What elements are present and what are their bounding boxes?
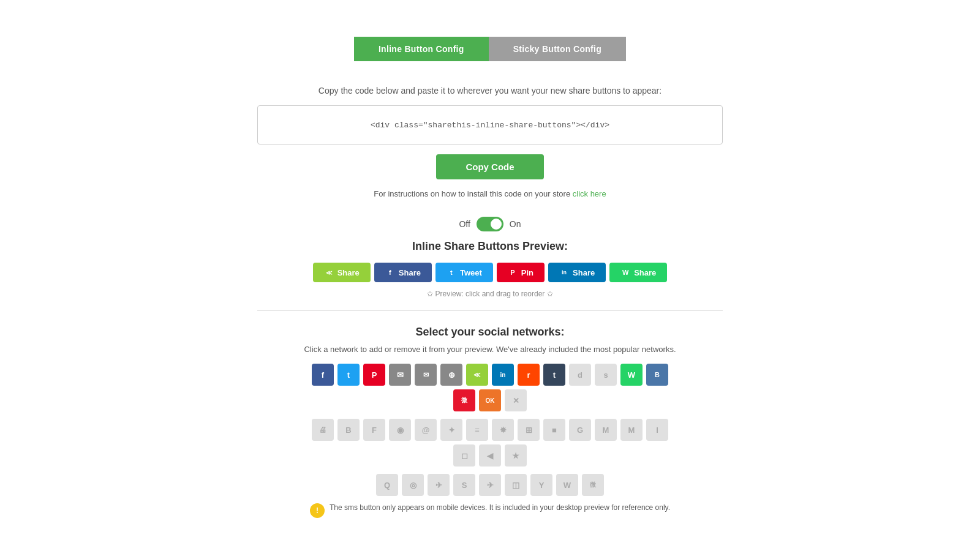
network-pocket[interactable]: ◀ bbox=[479, 444, 501, 467]
pinterest-label: Pin bbox=[521, 268, 533, 277]
network-yh[interactable]: Y bbox=[530, 474, 552, 496]
sms-note-icon: ! bbox=[310, 503, 325, 518]
install-text: For instructions on how to install this … bbox=[374, 189, 606, 198]
toggle-off-label: Off bbox=[459, 219, 470, 229]
network-flickr[interactable]: ✦ bbox=[440, 419, 462, 441]
network-instapaper[interactable]: I bbox=[646, 419, 668, 441]
network-weibo[interactable]: 微 bbox=[453, 389, 475, 411]
network-linkedin[interactable]: in bbox=[492, 364, 514, 386]
network-plain[interactable]: ◻ bbox=[453, 444, 475, 467]
network-messenger[interactable]: ⊕ bbox=[440, 364, 462, 386]
network-gmail[interactable]: M bbox=[595, 419, 617, 441]
network-wordpress[interactable]: W bbox=[556, 474, 578, 496]
network-email[interactable]: ✉ bbox=[389, 364, 411, 386]
network-reddit[interactable]: r bbox=[518, 364, 540, 386]
code-box[interactable]: <div class="sharethis-inline-share-butto… bbox=[257, 105, 723, 144]
tab-sticky[interactable]: Sticky Button Config bbox=[489, 37, 626, 61]
network-wechat[interactable]: 微 bbox=[582, 474, 604, 496]
toggle-switch[interactable] bbox=[477, 217, 503, 231]
twitter-icon: t bbox=[447, 268, 456, 277]
network-mx[interactable]: M bbox=[620, 419, 643, 441]
network-plancast[interactable]: ✈ bbox=[428, 474, 450, 496]
network-stumble[interactable]: s bbox=[595, 364, 617, 386]
network-meetup[interactable]: ◎ bbox=[402, 474, 424, 496]
networks-grid-row3: Q ◎ ✈ S ✈ ◫ Y W 微 bbox=[376, 474, 604, 496]
share-btn-sharethis[interactable]: ≪ Share bbox=[313, 263, 371, 282]
network-google[interactable]: G bbox=[569, 419, 591, 441]
network-favorites[interactable]: ★ bbox=[505, 444, 527, 467]
whatsapp-icon: W bbox=[620, 268, 630, 277]
network-whatsapp[interactable]: W bbox=[620, 364, 643, 386]
sms-note-text: The sms button only appears on mobile de… bbox=[330, 503, 670, 512]
preview-hint: ✩ Preview: click and drag to reorder ✩ bbox=[427, 290, 552, 298]
tab-inline[interactable]: Inline Button Config bbox=[354, 37, 489, 61]
network-blogger[interactable]: B bbox=[337, 419, 360, 441]
linkedin-label: Share bbox=[573, 268, 595, 277]
network-delicious[interactable]: ◉ bbox=[389, 419, 411, 441]
network-print[interactable]: 🖨 bbox=[312, 419, 334, 441]
networks-grid-row2: 🖨 B F ◉ @ ✦ ≡ ✸ ⊞ ■ G M M I ◻ ◀ ★ bbox=[306, 419, 674, 467]
share-buttons-preview: ≪ Share f Share t Tweet P Pin in Share W… bbox=[313, 263, 668, 282]
network-qzone[interactable]: ⊞ bbox=[518, 419, 540, 441]
sms-note: ! The sms button only appears on mobile … bbox=[310, 503, 670, 518]
whatsapp-label: Share bbox=[634, 268, 656, 277]
network-mixi[interactable]: ✸ bbox=[492, 419, 514, 441]
twitter-label: Tweet bbox=[460, 268, 482, 277]
page-wrapper: Inline Button Config Sticky Button Confi… bbox=[245, 0, 735, 542]
network-facebook[interactable]: f bbox=[312, 364, 334, 386]
facebook-label: Share bbox=[399, 268, 421, 277]
install-link[interactable]: click here bbox=[573, 189, 606, 198]
linkedin-icon: in bbox=[559, 268, 569, 277]
share-btn-twitter[interactable]: t Tweet bbox=[435, 263, 493, 282]
network-qr[interactable]: Q bbox=[376, 474, 398, 496]
share-btn-facebook[interactable]: f Share bbox=[374, 263, 432, 282]
toggle-row: Off On bbox=[459, 217, 521, 231]
network-buffer[interactable]: ≡ bbox=[466, 419, 488, 441]
share-btn-pinterest[interactable]: P Pin bbox=[497, 263, 545, 282]
network-at[interactable]: @ bbox=[415, 419, 437, 441]
facebook-icon: f bbox=[385, 268, 395, 277]
network-sharethis[interactable]: ≪ bbox=[466, 364, 488, 386]
network-flipboard[interactable]: F bbox=[363, 419, 385, 441]
instruction-text: Copy the code below and paste it to wher… bbox=[318, 86, 662, 96]
network-sms[interactable]: ✉ bbox=[415, 364, 437, 386]
preview-title: Inline Share Buttons Preview: bbox=[412, 240, 568, 253]
tab-row: Inline Button Config Sticky Button Confi… bbox=[354, 37, 626, 61]
network-iv[interactable]: ◫ bbox=[505, 474, 527, 496]
network-ok[interactable]: OK bbox=[479, 389, 501, 411]
network-pinterest[interactable]: P bbox=[363, 364, 385, 386]
toggle-on-label: On bbox=[510, 219, 521, 229]
network-tumblr[interactable]: t bbox=[543, 364, 565, 386]
network-telegram[interactable]: ✈ bbox=[479, 474, 501, 496]
share-btn-linkedin[interactable]: in Share bbox=[548, 263, 606, 282]
network-xing[interactable]: ✕ bbox=[505, 389, 527, 411]
code-content: <div class="sharethis-inline-share-butto… bbox=[371, 121, 609, 130]
pinterest-icon: P bbox=[508, 268, 518, 277]
network-twitter[interactable]: t bbox=[337, 364, 360, 386]
network-table[interactable]: ■ bbox=[543, 419, 565, 441]
network-digg[interactable]: d bbox=[569, 364, 591, 386]
networks-title: Select your social networks: bbox=[415, 326, 564, 339]
network-skype[interactable]: S bbox=[453, 474, 475, 496]
section-divider bbox=[257, 310, 723, 311]
copy-code-button[interactable]: Copy Code bbox=[436, 154, 543, 179]
networks-desc: Click a network to add or remove it from… bbox=[304, 345, 676, 354]
sharethis-icon: ≪ bbox=[324, 268, 334, 277]
networks-grid-row1: f t P ✉ ✉ ⊕ ≪ in r t d s W B 微 OK ✕ bbox=[306, 364, 674, 411]
sharethis-label: Share bbox=[337, 268, 360, 277]
network-vk[interactable]: B bbox=[646, 364, 668, 386]
share-btn-whatsapp[interactable]: W Share bbox=[609, 263, 667, 282]
